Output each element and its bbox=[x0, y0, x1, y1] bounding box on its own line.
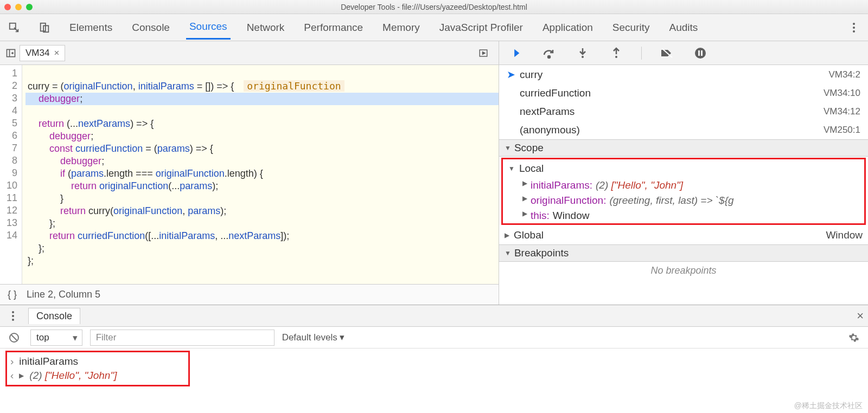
resume-icon[interactable] bbox=[507, 44, 524, 62]
svg-point-10 bbox=[615, 56, 617, 58]
close-tab-icon[interactable]: × bbox=[54, 48, 59, 59]
window-buttons bbox=[4, 4, 33, 10]
callstack-frame[interactable]: curriedFunction VM34:10 bbox=[499, 84, 868, 102]
input-chevron-icon: › bbox=[10, 356, 14, 367]
window-titlebar: Developer Tools - file:///Users/yazeed/D… bbox=[0, 0, 868, 14]
scope-variable[interactable]: ▶ this: Window bbox=[503, 208, 864, 223]
inspect-icon[interactable] bbox=[5, 19, 23, 36]
more-menu-icon[interactable] bbox=[845, 19, 863, 36]
tab-js-profiler[interactable]: JavaScript Profiler bbox=[436, 16, 526, 39]
svg-point-8 bbox=[548, 56, 550, 58]
scope-variable[interactable]: ▶ originalFunction: (greeting, first, la… bbox=[503, 193, 864, 208]
drawer-tabstrip: Console × bbox=[0, 305, 868, 327]
tab-security[interactable]: Security bbox=[609, 16, 653, 39]
tab-console[interactable]: Console bbox=[129, 16, 173, 39]
tab-network[interactable]: Network bbox=[244, 16, 288, 39]
svg-point-15 bbox=[12, 315, 14, 317]
breakpoints-header[interactable]: ▼Breakpoints bbox=[499, 244, 868, 262]
callstack-frame[interactable]: ➤ curry VM34:2 bbox=[499, 65, 868, 84]
source-tabstrip: VM34 × bbox=[0, 41, 499, 65]
context-selector[interactable]: top bbox=[30, 330, 82, 346]
tab-audits[interactable]: Audits bbox=[666, 16, 701, 39]
tab-application[interactable]: Application bbox=[539, 16, 596, 39]
debugger-panel: ➤ curry VM34:2 curriedFunction VM34:10 n… bbox=[499, 41, 868, 305]
console-output[interactable]: › initialParams ‹ ▶ (2) ["Hello", "John"… bbox=[0, 349, 868, 413]
source-panel: VM34 × 1 2 3 4 5 6 7 8 9 10 11 12 13 bbox=[0, 41, 499, 305]
step-out-icon[interactable] bbox=[608, 44, 625, 62]
scope-local-header[interactable]: ▼Local bbox=[503, 159, 864, 178]
step-into-icon[interactable] bbox=[574, 44, 591, 62]
current-frame-icon: ➤ bbox=[507, 68, 514, 81]
pause-on-exceptions-icon[interactable] bbox=[692, 44, 709, 62]
callstack-frame[interactable]: (anonymous) VM250:1 bbox=[499, 121, 868, 139]
pretty-print-icon[interactable]: { } bbox=[8, 289, 17, 300]
console-settings-icon[interactable] bbox=[845, 329, 863, 346]
line-gutter: 1 2 3 4 5 6 7 8 9 10 11 12 13 14 bbox=[0, 65, 22, 284]
deactivate-breakpoints-icon[interactable] bbox=[658, 44, 675, 62]
svg-point-11 bbox=[695, 48, 706, 59]
step-over-icon[interactable] bbox=[540, 44, 558, 62]
console-drawer: Console × top Filter Default levels ▾ › … bbox=[0, 305, 868, 413]
svg-point-14 bbox=[12, 311, 14, 313]
console-toolbar: top Filter Default levels ▾ bbox=[0, 327, 868, 349]
no-breakpoints-label: No breakpoints bbox=[499, 262, 868, 280]
close-drawer-icon[interactable]: × bbox=[857, 309, 864, 323]
log-levels-selector[interactable]: Default levels ▾ bbox=[282, 332, 345, 343]
watermark: @稀土掘金技术社区 bbox=[794, 401, 863, 411]
svg-rect-12 bbox=[698, 50, 700, 56]
clear-console-icon[interactable] bbox=[5, 329, 23, 346]
code-content: curry = (originalFunction, initialParams… bbox=[22, 65, 499, 284]
scope-header[interactable]: ▼Scope bbox=[499, 139, 868, 157]
device-toggle-icon[interactable] bbox=[36, 19, 53, 36]
drawer-tab-console[interactable]: Console bbox=[28, 308, 80, 324]
tab-memory[interactable]: Memory bbox=[379, 16, 423, 39]
navigator-toggle-icon[interactable] bbox=[2, 44, 20, 62]
cursor-position: Line 2, Column 5 bbox=[27, 289, 100, 300]
scope-variable[interactable]: ▶ initialParams: (2) ["Hello", "John"] bbox=[503, 178, 864, 193]
console-input-row: › initialParams bbox=[10, 354, 185, 369]
svg-point-16 bbox=[12, 319, 14, 321]
devtools-tabs: Elements Console Sources Network Perform… bbox=[0, 14, 868, 41]
filter-input[interactable]: Filter bbox=[90, 330, 275, 346]
run-snippet-icon[interactable] bbox=[475, 44, 492, 62]
svg-point-5 bbox=[853, 30, 855, 33]
highlighted-console-box: › initialParams ‹ ▶ (2) ["Hello", "John"… bbox=[5, 351, 190, 386]
svg-rect-13 bbox=[701, 50, 703, 56]
console-output-row[interactable]: ‹ ▶ (2) ["Hello", "John"] bbox=[10, 369, 185, 383]
tab-sources[interactable]: Sources bbox=[186, 15, 231, 40]
editor-statusbar: { } Line 2, Column 5 bbox=[0, 284, 499, 305]
highlighted-scope-box: ▼Local ▶ initialParams: (2) ["Hello", "J… bbox=[501, 158, 866, 225]
inline-value-hint: originalFunction bbox=[244, 80, 344, 92]
svg-point-3 bbox=[853, 23, 855, 25]
code-editor[interactable]: 1 2 3 4 5 6 7 8 9 10 11 12 13 14 curry =… bbox=[0, 65, 499, 284]
window-title: Developer Tools - file:///Users/yazeed/D… bbox=[341, 3, 527, 11]
window-close-button[interactable] bbox=[4, 4, 11, 10]
scope-global-row[interactable]: ▶Global Window bbox=[499, 226, 868, 244]
output-chevron-icon: ‹ bbox=[10, 370, 14, 382]
window-maximize-button[interactable] bbox=[26, 4, 33, 10]
callstack: ➤ curry VM34:2 curriedFunction VM34:10 n… bbox=[499, 65, 868, 139]
debug-controls bbox=[499, 41, 868, 65]
drawer-more-icon[interactable] bbox=[4, 307, 22, 325]
source-file-tab[interactable]: VM34 × bbox=[20, 45, 65, 61]
source-file-name: VM34 bbox=[25, 48, 49, 59]
window-minimize-button[interactable] bbox=[15, 4, 22, 10]
tab-performance[interactable]: Performance bbox=[301, 16, 366, 39]
svg-point-4 bbox=[853, 27, 855, 29]
callstack-frame[interactable]: nextParams VM34:12 bbox=[499, 102, 868, 121]
svg-point-9 bbox=[582, 56, 584, 58]
tab-elements[interactable]: Elements bbox=[66, 16, 116, 39]
